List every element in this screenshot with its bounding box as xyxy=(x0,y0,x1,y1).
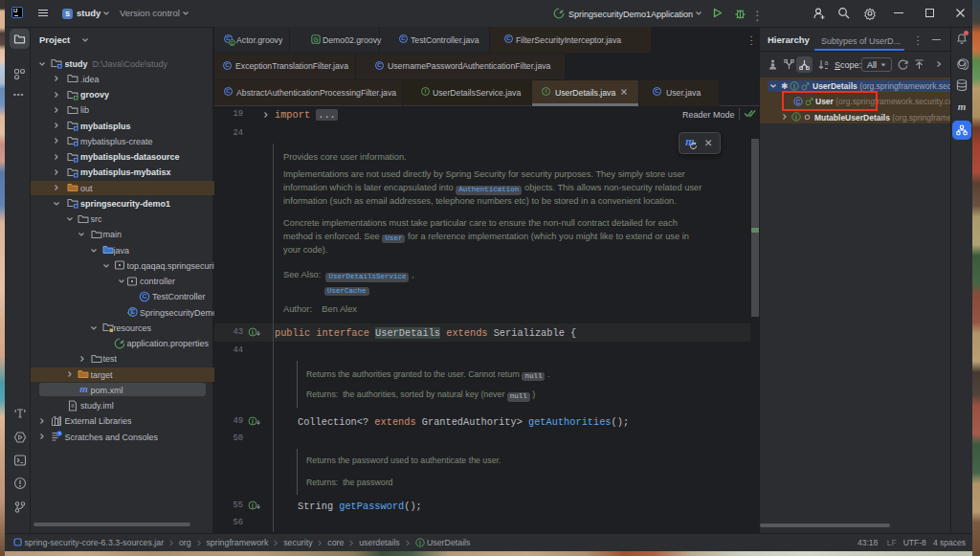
svg-text:I: I xyxy=(252,329,254,336)
svg-text:I: I xyxy=(795,114,797,121)
svg-text:I: I xyxy=(419,540,421,546)
svg-text:I: I xyxy=(252,417,254,424)
svg-text:G: G xyxy=(231,40,234,45)
svg-text:G: G xyxy=(313,36,318,43)
svg-text:I: I xyxy=(252,501,254,508)
svg-text:C: C xyxy=(142,293,146,300)
svg-text:I: I xyxy=(793,83,795,90)
svg-text:a: a xyxy=(825,59,829,66)
